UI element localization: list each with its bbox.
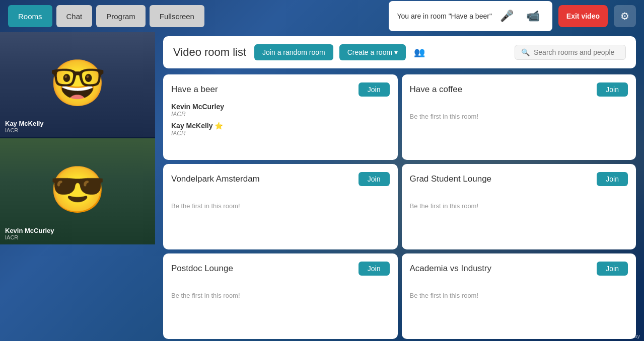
content-panel: Video room list Join a random room Creat…	[155, 32, 644, 341]
avatar-kevin: 😎	[49, 166, 106, 212]
main-content: 🤓 Kay McKelly IACR 😎 Kevin McCurley IACR…	[0, 32, 644, 341]
topnav-right: You are in room "Have a beer" 🎤 📹 Exit v…	[389, 1, 636, 31]
video-name-kevin: Kevin McCurley	[5, 227, 54, 234]
create-room-label: Create a room ▾	[347, 48, 398, 56]
search-input[interactable]	[534, 48, 619, 56]
room-empty-text: Be the first in this room!	[410, 202, 628, 210]
settings-button[interactable]: ⚙	[614, 5, 636, 27]
video-org-kay: IACR	[5, 127, 44, 133]
video-panel: 🤓 Kay McKelly IACR 😎 Kevin McCurley IACR	[0, 32, 155, 341]
room-card-have-a-coffee: Have a coffee Join Be the first in this …	[402, 74, 636, 160]
video-name-kay: Kay McKelly	[5, 120, 44, 127]
join-postdoc-lounge-button[interactable]: Join	[359, 262, 390, 276]
room-card-grad-student-lounge: Grad Student Lounge Join Be the first in…	[402, 164, 636, 249]
photo-credit: Photo: pixabay	[603, 333, 640, 339]
microphone-button[interactable]: 🎤	[496, 5, 518, 27]
video-label-kay: Kay McKelly IACR	[5, 120, 44, 133]
member-name: Kevin McCurley	[171, 103, 390, 111]
room-list-title: Video room list	[173, 46, 246, 59]
room-card-vondelpark: Vondelpark Amsterdam Join Be the first i…	[163, 164, 398, 249]
exit-video-button[interactable]: Exit video	[558, 5, 608, 27]
tab-chat[interactable]: Chat	[56, 5, 93, 27]
room-card-postdoc-lounge: Postdoc Lounge Join Be the first in this…	[163, 253, 398, 339]
search-icon: 🔍	[521, 48, 530, 56]
room-status-text: You are in room "Have a beer"	[397, 12, 491, 20]
room-card-have-a-beer: Have a beer Join Kevin McCurley IACR Kay…	[163, 74, 398, 160]
room-name: Vondelpark Amsterdam	[171, 174, 260, 184]
room-card-header: Have a beer Join	[171, 82, 390, 97]
room-member-kevin: Kevin McCurley IACR	[171, 103, 390, 118]
join-academia-vs-industry-button[interactable]: Join	[597, 262, 628, 276]
video-label-kevin: Kevin McCurley IACR	[5, 227, 54, 240]
tab-program[interactable]: Program	[96, 5, 146, 27]
room-card-header: Vondelpark Amsterdam Join	[171, 172, 390, 186]
camera-button[interactable]: 📹	[522, 5, 544, 27]
join-vondelpark-button[interactable]: Join	[359, 172, 390, 186]
member-org: IACR	[171, 111, 390, 118]
room-name: Postdoc Lounge	[171, 264, 233, 274]
join-random-room-button[interactable]: Join a random room	[254, 44, 333, 60]
room-name: Have a beer	[171, 84, 218, 95]
video-feed-kay: 🤓 Kay McKelly IACR	[0, 32, 155, 138]
room-member-kay: Kay McKelly ⭐ IACR	[171, 122, 390, 137]
join-have-a-beer-button[interactable]: Join	[359, 82, 390, 97]
room-empty-text: Be the first in this room!	[171, 202, 390, 210]
room-list-header: Video room list Join a random room Creat…	[163, 36, 636, 68]
create-room-button[interactable]: Create a room ▾	[339, 44, 406, 60]
search-box[interactable]: 🔍	[515, 45, 626, 60]
room-name: Academia vs Industry	[410, 264, 492, 274]
video-org-kevin: IACR	[5, 234, 54, 240]
avatar-kay: 🤓	[49, 60, 106, 105]
star-icon: ⭐	[214, 122, 223, 130]
room-card-header: Postdoc Lounge Join	[171, 262, 390, 276]
video-feed-kevin: 😎 Kevin McCurley IACR	[0, 138, 155, 244]
join-grad-student-lounge-button[interactable]: Join	[597, 172, 628, 186]
room-name: Grad Student Lounge	[410, 174, 492, 184]
room-card-header: Have a coffee Join	[410, 82, 628, 97]
room-status-indicator: You are in room "Have a beer" 🎤 📹	[389, 1, 552, 31]
room-card-header: Grad Student Lounge Join	[410, 172, 628, 186]
rooms-grid: Have a beer Join Kevin McCurley IACR Kay…	[159, 74, 640, 341]
room-empty-text: Be the first in this room!	[410, 292, 628, 299]
tab-fullscreen[interactable]: Fullscreen	[150, 5, 204, 27]
room-empty-text: Be the first in this room!	[171, 292, 390, 299]
room-card-header: Academia vs Industry Join	[410, 262, 628, 276]
room-empty-text: Be the first in this room!	[410, 113, 628, 120]
member-name: Kay McKelly ⭐	[171, 122, 390, 130]
member-org: IACR	[171, 130, 390, 137]
people-icon: 👥	[414, 47, 425, 58]
room-card-academia-vs-industry: Academia vs Industry Join Be the first i…	[402, 253, 636, 339]
top-navigation: Rooms Chat Program Fullscreen You are in…	[0, 0, 644, 32]
tab-rooms[interactable]: Rooms	[8, 5, 52, 27]
join-have-a-coffee-button[interactable]: Join	[597, 82, 628, 97]
room-name: Have a coffee	[410, 84, 463, 95]
